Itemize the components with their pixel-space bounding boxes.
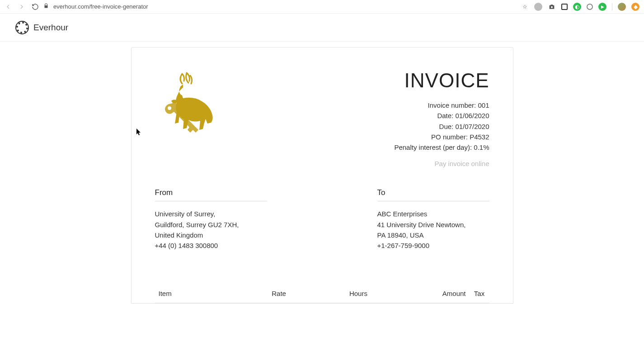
col-hours: Hours — [290, 284, 371, 303]
from-block[interactable]: From University of Surrey, Guildford, Su… — [155, 188, 267, 251]
invoice-title: INVOICE — [394, 69, 489, 92]
invoice-po-value: P4532 — [470, 133, 489, 141]
to-block[interactable]: To ABC Enterprises 41 University Drive N… — [377, 188, 489, 251]
lock-icon — [43, 3, 49, 10]
invoice-due-value: 01/07/2020 — [455, 123, 489, 130]
everhour-logo-icon — [15, 21, 29, 34]
col-item: Item — [155, 284, 221, 303]
page-content: INVOICE Invoice number: 001 Date: 01/06/… — [0, 42, 644, 304]
crop-icon[interactable] — [561, 4, 568, 10]
company-logo[interactable] — [155, 69, 223, 146]
invoice-date-value: 01/06/2020 — [455, 112, 489, 119]
invoice-number-label: Invoice number: — [428, 101, 476, 109]
back-button[interactable] — [5, 3, 12, 10]
invoice-penalty[interactable]: Penalty interest (per day): 0.1% — [394, 142, 489, 152]
from-heading: From — [155, 188, 267, 201]
from-line: Guildford, Surrey GU2 7XH, — [155, 219, 267, 230]
extension-icon[interactable] — [534, 3, 542, 11]
extension-icon[interactable]: ◆ — [631, 3, 639, 11]
col-tax: Tax — [470, 284, 489, 303]
play-icon[interactable]: ▶ — [598, 3, 606, 11]
brand-logo[interactable]: Everhour — [15, 21, 68, 34]
col-amount: Amount — [371, 284, 470, 303]
invoice-date[interactable]: Date: 01/06/2020 — [394, 110, 489, 121]
invoice-due[interactable]: Due: 01/07/2020 — [394, 121, 489, 132]
address-bar[interactable]: everhour.com/free-invoice-generator — [53, 3, 516, 10]
from-line: United Kingdom — [155, 230, 267, 240]
to-line: 41 University Drive Newtown, — [377, 219, 489, 230]
to-line: ABC Enterprises — [377, 209, 489, 219]
invoice-due-label: Due: — [439, 123, 454, 130]
reload-button[interactable] — [32, 3, 39, 10]
site-header: Everhour — [0, 14, 644, 42]
extension-icons: ☆ ◐ ▶ ◆ — [521, 3, 639, 11]
invoice-sheet: INVOICE Invoice number: 001 Date: 01/06/… — [131, 47, 513, 304]
camera-icon[interactable] — [548, 3, 556, 11]
brand-name: Everhour — [33, 23, 68, 33]
nav-controls — [5, 3, 39, 10]
from-line: University of Surrey, — [155, 209, 267, 219]
col-rate: Rate — [221, 284, 290, 303]
to-heading: To — [377, 188, 489, 201]
line-items-table: Item Rate Hours Amount Tax — [155, 284, 489, 303]
invoice-penalty-label: Penalty interest (per day): — [394, 143, 472, 151]
from-line: +44 (0) 1483 300800 — [155, 240, 267, 251]
separator — [612, 3, 612, 10]
svg-point-0 — [551, 6, 553, 8]
to-line: PA 18940, USA — [377, 230, 489, 240]
invoice-po-label: PO number: — [431, 133, 468, 141]
forward-button[interactable] — [18, 3, 25, 10]
invoice-number[interactable]: Invoice number: 001 — [394, 100, 489, 110]
invoice-number-value: 001 — [478, 101, 489, 109]
invoice-po[interactable]: PO number: P4532 — [394, 132, 489, 142]
invoice-meta: INVOICE Invoice number: 001 Date: 01/06/… — [394, 69, 489, 167]
bookmark-star-icon[interactable]: ☆ — [521, 3, 529, 11]
invoice-penalty-value: 0.1% — [474, 143, 489, 151]
invoice-date-label: Date: — [437, 112, 453, 119]
profile-avatar[interactable] — [618, 3, 626, 11]
extension-icon[interactable] — [587, 4, 593, 10]
svg-point-1 — [168, 106, 171, 110]
pay-online-link[interactable]: Pay invoice online — [394, 160, 489, 167]
to-line: +1-267-759-9000 — [377, 240, 489, 251]
browser-toolbar: everhour.com/free-invoice-generator ☆ ◐ … — [0, 0, 644, 14]
everhour-extension-icon[interactable]: ◐ — [573, 3, 581, 11]
